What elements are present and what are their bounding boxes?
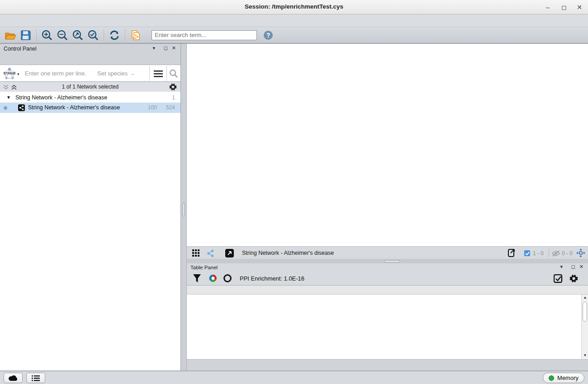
- copy-network-icon: [130, 29, 142, 41]
- scrollbar-thumb[interactable]: [583, 302, 587, 322]
- zoom-out-button[interactable]: [55, 28, 70, 42]
- selected-nodes-checkbox-icon[interactable]: [524, 250, 531, 257]
- network-copy-button[interactable]: [128, 28, 143, 42]
- panel-divider[interactable]: [181, 44, 187, 370]
- network-view-toolbar: String Network - Alzheimer's disease 1 -…: [187, 246, 588, 259]
- network-label: String Network - Alzheimer's disease: [28, 104, 120, 111]
- selected-counter: 1 - 0: [533, 250, 544, 257]
- menu-bar: [0, 14, 588, 27]
- table-panel-divider[interactable]: [187, 259, 588, 263]
- ring-chart-icon[interactable]: [223, 274, 232, 283]
- open-session-button[interactable]: [3, 28, 18, 42]
- scroll-up-icon[interactable]: ▲: [582, 295, 588, 301]
- current-network-dot-icon: [4, 106, 7, 110]
- table-header-row: [187, 286, 588, 295]
- open-view-button[interactable]: [224, 248, 235, 258]
- help-icon: ?: [263, 30, 274, 41]
- string-db-dropdown[interactable]: ▾: [17, 72, 19, 76]
- maximize-button[interactable]: ◻: [558, 3, 570, 12]
- hidden-nodes-eye-icon[interactable]: [552, 250, 560, 257]
- export-view-button[interactable]: [506, 248, 517, 258]
- refresh-icon: [109, 30, 120, 41]
- close-button[interactable]: ✕: [574, 3, 585, 12]
- save-session-button[interactable]: [18, 28, 33, 42]
- table-panel-menu-icon[interactable]: ▾: [560, 264, 563, 270]
- string-options-menu-icon[interactable]: [154, 70, 163, 77]
- memory-label: Memory: [557, 375, 579, 381]
- table-tabs: [187, 359, 588, 370]
- table-panel: Table Panel ▾ ◻ ✕ PPI Enrichment: 1.0E-1…: [187, 263, 588, 359]
- network-selection-row: 1 of 1 Network selected: [0, 82, 180, 92]
- divider-grip[interactable]: [182, 203, 185, 216]
- control-panel-title: Control Panel: [4, 46, 37, 52]
- zoom-selected-button[interactable]: [85, 28, 101, 42]
- network-edge-count: 524: [161, 104, 175, 111]
- table-body: ▲ ▼: [187, 295, 588, 359]
- grid-view-button[interactable]: [190, 248, 201, 258]
- table-scrollbar[interactable]: ▲ ▼: [581, 295, 588, 359]
- svg-text:?: ?: [266, 32, 270, 39]
- zoom-selected-icon: [87, 29, 99, 41]
- ppi-enrichment-value: PPI Enrichment: 1.0E-16: [240, 275, 304, 282]
- network-collection-row[interactable]: ▼ String Network - Alzheimer's disease 1: [0, 93, 180, 103]
- window-title: Session: /tmp/enrichmentTest.cys: [0, 3, 588, 10]
- zoom-in-icon: [41, 29, 53, 41]
- table-settings-gear-icon[interactable]: [569, 274, 578, 283]
- species-selector[interactable]: Set species →: [97, 70, 135, 77]
- zoom-fit-icon: [72, 29, 84, 41]
- minimize-button[interactable]: –: [542, 3, 554, 12]
- network-selected-status: 1 of 1 Network selected: [0, 84, 180, 90]
- zoom-in-button[interactable]: [39, 28, 55, 42]
- memory-button[interactable]: Memory: [543, 373, 584, 383]
- refresh-button[interactable]: [107, 28, 122, 42]
- table-panel-title: Table Panel: [190, 265, 218, 270]
- search-input[interactable]: [152, 30, 257, 40]
- network-graph[interactable]: [187, 44, 588, 246]
- cloud-icon: [8, 375, 18, 381]
- cloud-tasks-button[interactable]: [4, 373, 23, 383]
- zoom-fit-button[interactable]: [70, 28, 85, 42]
- network-view[interactable]: [187, 44, 588, 246]
- donut-chart-icon[interactable]: [209, 274, 218, 283]
- table-close-icon[interactable]: ✕: [579, 264, 583, 270]
- string-query-placeholder[interactable]: Enter one term per line.: [25, 70, 86, 77]
- network-tree: ▼ String Network - Alzheimer's disease 1…: [0, 92, 180, 370]
- share-icon: [207, 249, 214, 257]
- select-rows-checkbox-icon[interactable]: [554, 274, 563, 283]
- table-divider-grip[interactable]: [384, 260, 400, 262]
- string-search-bar: STRING ▾ Enter one term per line. Set sp…: [0, 65, 180, 82]
- memory-status-dot-icon: [549, 375, 554, 381]
- birdseye-toggle-button[interactable]: [205, 248, 216, 258]
- network-type-icon: [18, 104, 25, 111]
- pan-navigate-icon[interactable]: [576, 248, 586, 258]
- string-search-icon[interactable]: [169, 69, 178, 78]
- panel-menu-icon[interactable]: ▾: [152, 45, 155, 51]
- close-panel-icon[interactable]: ✕: [172, 45, 176, 51]
- save-icon: [20, 30, 31, 41]
- export-icon: [507, 248, 516, 258]
- float-panel-icon[interactable]: ◻: [164, 45, 168, 51]
- enrichment-toolbar: PPI Enrichment: 1.0E-16: [187, 272, 588, 285]
- network-view-title: String Network - Alzheimer's disease: [242, 250, 334, 256]
- title-bar: Session: /tmp/enrichmentTest.cys – ◻ ✕: [0, 0, 588, 14]
- task-list-button[interactable]: [26, 373, 45, 383]
- grid-icon: [192, 249, 199, 257]
- collection-count: 1: [161, 94, 175, 101]
- collection-label: String Network - Alzheimer's disease: [15, 94, 107, 101]
- zoom-out-icon: [57, 29, 68, 41]
- status-bar: Memory: [0, 370, 588, 384]
- list-icon: [32, 375, 40, 381]
- arrow-box-icon: [225, 249, 234, 258]
- scroll-down-icon[interactable]: ▼: [582, 352, 588, 359]
- filter-icon[interactable]: [193, 274, 201, 282]
- svg-text:STRING: STRING: [4, 72, 16, 75]
- table-float-icon[interactable]: ◻: [571, 264, 575, 270]
- tree-expander-icon[interactable]: ▼: [6, 95, 11, 100]
- network-options-gear-icon[interactable]: [169, 83, 177, 91]
- hidden-counter: 0 - 0: [562, 250, 573, 257]
- network-row-selected[interactable]: String Network - Alzheimer's disease 100…: [0, 103, 180, 113]
- control-panel: Control Panel ▾ ◻ ✕ STRING ▾ Enter one t…: [0, 44, 181, 370]
- open-folder-icon: [5, 30, 16, 40]
- help-button[interactable]: ?: [261, 28, 276, 42]
- enrichment-table: ▲ ▼: [187, 285, 588, 359]
